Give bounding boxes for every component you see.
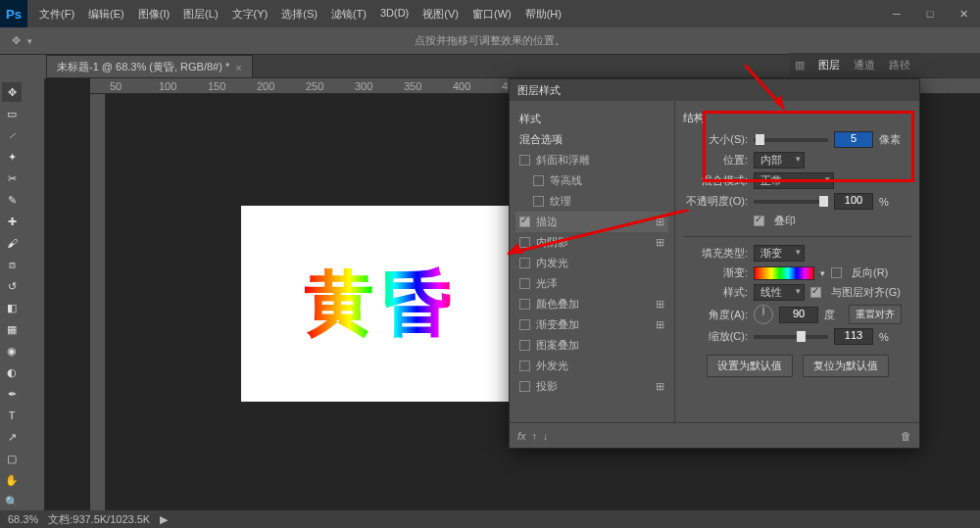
effect-checkbox[interactable] xyxy=(519,258,530,268)
menu-edit[interactable]: 编辑(E) xyxy=(82,3,130,25)
effect-checkbox[interactable] xyxy=(533,196,544,207)
scale-slider[interactable] xyxy=(754,335,828,339)
path-tool[interactable]: ↗ xyxy=(2,427,22,447)
style-dropdown[interactable]: 线性 xyxy=(754,284,805,301)
canvas-text-layer[interactable]: 黄昏 xyxy=(305,258,462,350)
marquee-tool[interactable]: ▭ xyxy=(2,104,22,123)
brush-tool[interactable]: 🖌 xyxy=(2,233,22,253)
document-tab[interactable]: 未标题-1 @ 68.3% (黄昏, RGB/8#) * × xyxy=(46,55,253,77)
plus-icon[interactable]: ⊞ xyxy=(656,318,664,331)
menu-window[interactable]: 窗口(W) xyxy=(466,3,517,25)
blur-tool[interactable]: ◉ xyxy=(2,341,22,360)
opacity-input[interactable]: 100 xyxy=(834,193,873,210)
crop-tool[interactable]: ✂ xyxy=(2,168,22,188)
tab-paths[interactable]: 路径 xyxy=(889,58,910,72)
menu-3d[interactable]: 3D(D) xyxy=(374,3,415,25)
list-header-blend[interactable]: 混合选项 xyxy=(515,129,668,150)
angle-dial[interactable] xyxy=(754,305,773,324)
dodge-tool[interactable]: ◐ xyxy=(2,362,22,382)
magic-wand-tool[interactable]: ✦ xyxy=(2,147,22,167)
effect-row[interactable]: 等高线 xyxy=(515,170,668,191)
effect-row[interactable]: 内发光 xyxy=(515,253,668,273)
minimize-button[interactable]: ─ xyxy=(880,0,913,27)
menu-help[interactable]: 帮助(H) xyxy=(519,3,567,25)
tab-channels[interactable]: 通道 xyxy=(854,58,875,72)
align-checkbox[interactable] xyxy=(810,287,821,298)
plus-icon[interactable]: ⊞ xyxy=(656,298,664,311)
history-brush-tool[interactable]: ↺ xyxy=(2,276,22,296)
close-button[interactable]: ✕ xyxy=(947,0,980,27)
stamp-tool[interactable]: ⧈ xyxy=(2,255,22,274)
healing-tool[interactable]: ✚ xyxy=(2,212,22,231)
blend-dropdown[interactable]: 正常 xyxy=(754,172,834,189)
fx-icon[interactable]: fx xyxy=(517,430,526,442)
size-slider[interactable] xyxy=(754,138,828,142)
effect-checkbox[interactable] xyxy=(519,319,530,330)
hand-tool[interactable]: ✋ xyxy=(2,470,22,490)
chevron-down-icon[interactable]: ▾ xyxy=(27,36,32,46)
eraser-tool[interactable]: ◧ xyxy=(2,298,22,317)
reset-align-button[interactable]: 重置对齐 xyxy=(849,305,902,324)
effect-checkbox[interactable] xyxy=(519,360,530,371)
plus-icon[interactable]: ⊞ xyxy=(656,380,664,393)
effect-checkbox[interactable] xyxy=(519,340,530,351)
tab-layers[interactable]: 图层 xyxy=(818,58,840,72)
set-default-button[interactable]: 设置为默认值 xyxy=(707,355,793,377)
chevron-right-icon[interactable]: ▶ xyxy=(160,513,168,526)
effect-checkbox[interactable] xyxy=(519,278,530,289)
status-zoom[interactable]: 68.3% xyxy=(8,513,38,525)
effect-row[interactable]: 外发光 xyxy=(515,356,668,376)
canvas[interactable]: 黄昏 xyxy=(241,206,525,402)
effect-row[interactable]: 颜色叠加⊞ xyxy=(515,294,668,314)
chevron-down-icon[interactable]: ▾ xyxy=(820,268,825,278)
position-dropdown[interactable]: 内部 xyxy=(754,152,805,168)
move-tool[interactable]: ✥ xyxy=(2,82,22,102)
effect-row[interactable]: 投影⊞ xyxy=(515,376,668,397)
size-input[interactable]: 5 xyxy=(834,131,873,148)
lasso-tool[interactable]: ⟋ xyxy=(2,125,22,145)
trash-icon[interactable]: 🗑 xyxy=(901,430,911,442)
plus-icon[interactable]: ⊞ xyxy=(656,236,664,249)
maximize-button[interactable]: □ xyxy=(913,0,947,27)
reset-default-button[interactable]: 复位为默认值 xyxy=(803,355,889,377)
menu-select[interactable]: 选择(S) xyxy=(275,3,323,25)
close-tab-icon[interactable]: × xyxy=(235,62,241,73)
eyedropper-tool[interactable]: ✎ xyxy=(2,190,22,210)
effect-row[interactable]: 内阴影⊞ xyxy=(515,232,668,253)
menu-view[interactable]: 视图(V) xyxy=(416,3,465,25)
plus-icon[interactable]: ⊞ xyxy=(656,216,664,228)
angle-input[interactable]: 90 xyxy=(779,307,818,323)
effect-row[interactable]: 描边⊞ xyxy=(515,212,668,232)
arrow-down-icon[interactable]: ↓ xyxy=(543,430,549,442)
effect-checkbox[interactable] xyxy=(519,381,530,392)
gradient-tool[interactable]: ▦ xyxy=(2,319,22,339)
arrow-up-icon[interactable]: ↑ xyxy=(532,430,538,442)
opacity-slider[interactable] xyxy=(754,200,828,204)
effect-checkbox[interactable] xyxy=(519,216,530,227)
panel-icon[interactable]: ▥ xyxy=(795,59,805,72)
gradient-picker[interactable] xyxy=(754,266,814,280)
menu-file[interactable]: 文件(F) xyxy=(33,3,80,25)
type-tool[interactable]: T xyxy=(2,406,22,425)
overprint-checkbox[interactable] xyxy=(754,216,764,226)
zoom-tool[interactable]: 🔍 xyxy=(2,492,22,511)
fill-dropdown[interactable]: 渐变 xyxy=(754,245,805,262)
shape-tool[interactable]: ▢ xyxy=(2,449,22,468)
menu-type[interactable]: 文字(Y) xyxy=(226,3,274,25)
scale-input[interactable]: 113 xyxy=(834,328,873,345)
effect-row[interactable]: 光泽 xyxy=(515,273,668,294)
list-header-styles[interactable]: 样式 xyxy=(515,109,668,129)
effect-row[interactable]: 图案叠加 xyxy=(515,335,668,356)
effect-checkbox[interactable] xyxy=(519,155,530,166)
menu-image[interactable]: 图像(I) xyxy=(132,3,175,25)
effect-checkbox[interactable] xyxy=(533,175,544,186)
reverse-checkbox[interactable] xyxy=(831,267,842,278)
effect-row[interactable]: 斜面和浮雕 xyxy=(515,150,668,170)
dialog-titlebar[interactable]: 图层样式 xyxy=(510,79,919,101)
menu-layer[interactable]: 图层(L) xyxy=(177,3,223,25)
effect-row[interactable]: 渐变叠加⊞ xyxy=(515,314,668,335)
menu-filter[interactable]: 滤镜(T) xyxy=(325,3,372,25)
pen-tool[interactable]: ✒ xyxy=(2,384,22,404)
effect-checkbox[interactable] xyxy=(519,237,530,248)
effect-checkbox[interactable] xyxy=(519,299,530,310)
